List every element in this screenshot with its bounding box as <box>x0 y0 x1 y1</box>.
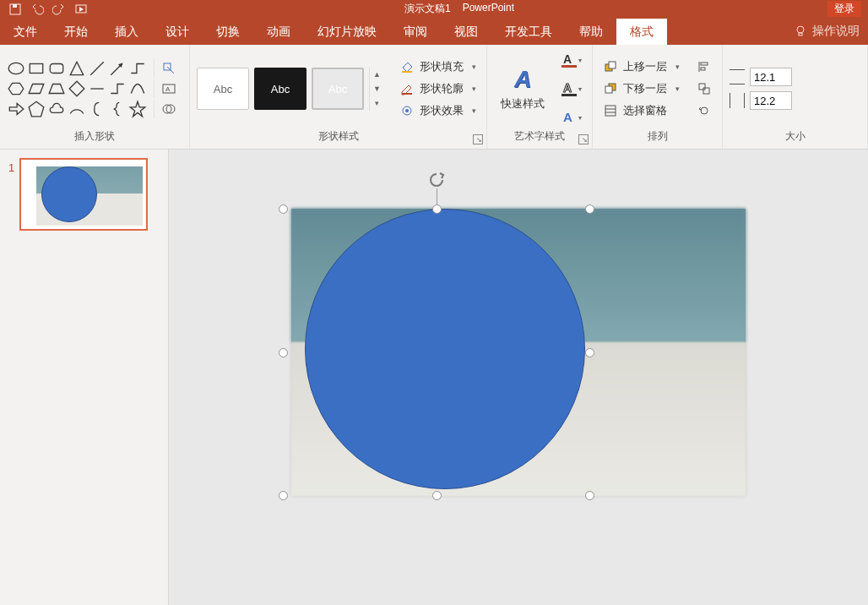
redo-button[interactable] <box>49 2 69 17</box>
tab-transitions[interactable]: 切换 <box>203 19 253 45</box>
shape-triangle[interactable] <box>68 59 86 78</box>
shape-effects-button[interactable]: 形状效果▾ <box>396 101 480 120</box>
shapes-gallery[interactable] <box>7 59 147 118</box>
undo-button[interactable] <box>27 2 47 17</box>
login-button[interactable]: 登录 <box>827 1 861 17</box>
text-fill-button[interactable]: A▾ <box>560 50 585 70</box>
send-backward-icon <box>603 81 618 96</box>
group-shape-styles: Abc Abc Abc ▲▼▾ 形状填充▾ 形状轮廓▾ 形状效果▾ <box>190 45 487 149</box>
bring-forward-icon <box>603 59 618 74</box>
shape-brace[interactable] <box>108 100 127 118</box>
tab-home[interactable]: 开始 <box>51 19 101 45</box>
height-input[interactable] <box>750 68 792 86</box>
shape-style-gallery[interactable]: Abc Abc Abc ▲▼▾ <box>197 67 384 111</box>
text-box-button[interactable]: A <box>154 79 182 98</box>
resize-handle-mr[interactable] <box>585 348 594 357</box>
svg-rect-31 <box>605 86 612 93</box>
shape-cloud[interactable] <box>47 100 66 118</box>
svg-rect-37 <box>701 68 705 70</box>
tell-me-search[interactable]: 操作说明 <box>785 18 868 45</box>
shape-curve[interactable] <box>128 79 147 98</box>
shape-star[interactable] <box>128 100 147 118</box>
shape-arc[interactable] <box>68 100 86 118</box>
rotation-handle[interactable] <box>428 172 445 188</box>
tab-file[interactable]: 文件 <box>0 19 51 45</box>
send-backward-button[interactable]: 下移一层▾ <box>599 79 683 98</box>
svg-rect-4 <box>799 33 802 35</box>
resize-handle-tm[interactable] <box>432 204 442 214</box>
shape-rounded-rectangle[interactable] <box>47 59 66 78</box>
style-gallery-more[interactable]: ▲▼▾ <box>369 67 384 111</box>
shape-fill-button[interactable]: 形状填充▾ <box>396 57 480 76</box>
resize-handle-br[interactable] <box>585 491 594 500</box>
tab-animations[interactable]: 动画 <box>253 19 304 45</box>
group-label-shape-styles: 形状样式 <box>197 129 480 147</box>
shape-trapezoid[interactable] <box>47 79 66 98</box>
shape-pentagon[interactable] <box>27 100 46 118</box>
shape-line2[interactable] <box>88 79 106 98</box>
tab-insert[interactable]: 插入 <box>101 19 152 45</box>
tab-view[interactable]: 视图 <box>441 19 491 45</box>
style-swatch-blue[interactable]: Abc <box>312 68 364 110</box>
shape-diamond[interactable] <box>68 79 86 98</box>
svg-point-5 <box>8 63 24 74</box>
rotate-button[interactable] <box>693 101 715 120</box>
group-label-size: 大小 <box>730 129 860 147</box>
width-input[interactable] <box>750 91 792 110</box>
tab-format[interactable]: 格式 <box>616 19 667 45</box>
shape-line[interactable] <box>88 59 106 78</box>
style-swatch-black[interactable]: Abc <box>254 68 307 110</box>
style-swatch-outline[interactable]: Abc <box>197 68 249 110</box>
wordart-launcher[interactable] <box>578 134 589 144</box>
shape-styles-launcher[interactable] <box>473 134 483 144</box>
resize-handle-tr[interactable] <box>585 204 594 214</box>
group-icon <box>697 81 712 96</box>
shape-hexagon[interactable] <box>7 79 25 98</box>
slide-canvas[interactable] <box>169 150 868 605</box>
shape-bracket[interactable] <box>88 100 106 118</box>
svg-text:▾: ▾ <box>578 114 582 122</box>
group-wordart-styles: A 快速样式 A▾ A▾ A▾ 艺术字样式 <box>487 45 593 149</box>
tab-slideshow[interactable]: 幻灯片放映 <box>304 19 390 45</box>
tab-design[interactable]: 设计 <box>152 19 203 45</box>
edit-shape-button[interactable] <box>154 59 182 78</box>
selection-box <box>283 209 590 496</box>
shape-right-arrow[interactable] <box>7 100 25 118</box>
tab-review[interactable]: 审阅 <box>390 19 441 45</box>
resize-handle-bm[interactable] <box>432 491 442 500</box>
shape-parallelogram[interactable] <box>27 79 46 98</box>
shape-arrow-line[interactable] <box>108 59 127 78</box>
text-outline-button[interactable]: A▾ <box>560 79 585 99</box>
slide-thumbnail-1[interactable] <box>19 158 148 231</box>
save-button[interactable] <box>5 2 25 17</box>
selection-pane-button[interactable]: 选择窗格 <box>599 101 683 120</box>
resize-handle-tl[interactable] <box>279 204 288 214</box>
resize-handle-bl[interactable] <box>279 491 288 500</box>
bring-forward-button[interactable]: 上移一层▾ <box>599 57 683 76</box>
shape-connector[interactable] <box>128 59 147 78</box>
tab-developer[interactable]: 开发工具 <box>491 19 566 45</box>
quick-styles-button[interactable]: A 快速样式 <box>494 63 551 115</box>
shape-oval[interactable] <box>7 59 25 78</box>
width-field-row <box>730 91 792 110</box>
title-bar: 演示文稿1 PowerPoint 登录 <box>0 0 868 18</box>
shape-rectangle[interactable] <box>27 59 46 78</box>
resize-handle-ml[interactable] <box>279 348 288 357</box>
merge-shapes-button[interactable] <box>154 100 182 118</box>
group-label-arrange: 排列 <box>599 129 715 147</box>
align-button[interactable] <box>693 57 715 76</box>
selection-pane-label: 选择窗格 <box>623 103 667 118</box>
slide-content <box>291 209 746 496</box>
shape-outline-button[interactable]: 形状轮廓▾ <box>396 79 480 98</box>
work-area: 1 <box>0 150 868 605</box>
slide-thumbnail-pane[interactable]: 1 <box>0 150 169 605</box>
start-from-beginning-button[interactable] <box>71 2 91 17</box>
tab-help[interactable]: 帮助 <box>566 19 616 45</box>
bring-forward-label: 上移一层 <box>623 59 667 74</box>
svg-rect-38 <box>699 84 705 90</box>
group-button[interactable] <box>693 79 715 98</box>
effects-icon <box>399 103 415 118</box>
text-effects-button[interactable]: A▾ <box>560 107 585 128</box>
svg-rect-39 <box>703 88 709 94</box>
shape-elbow[interactable] <box>108 79 127 98</box>
